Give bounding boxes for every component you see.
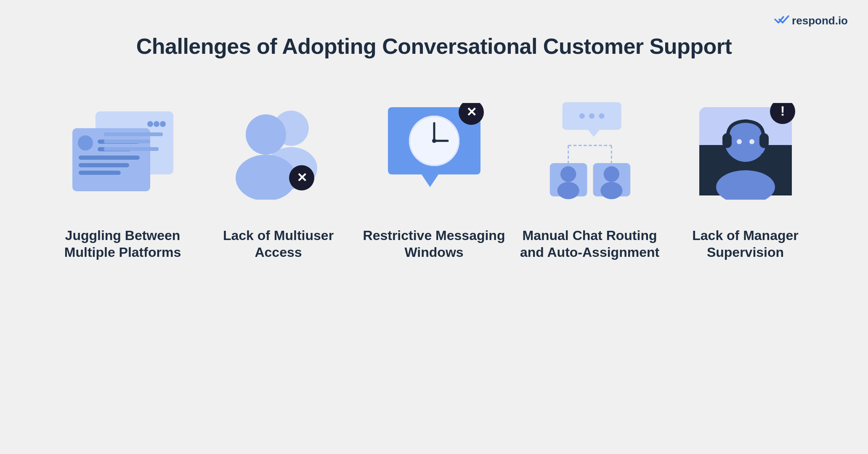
svg-rect-12 — [104, 140, 150, 143]
card-supervision: ! Lack of Manager Supervision — [674, 92, 817, 261]
svg-point-48 — [737, 139, 742, 144]
svg-point-9 — [154, 121, 159, 127]
logo: respond.io — [774, 13, 848, 28]
platforms-svg — [66, 105, 180, 198]
card-platforms: Juggling Between Multiple Platforms — [51, 92, 194, 261]
logo-text: respond.io — [792, 14, 848, 27]
svg-point-2 — [78, 135, 93, 150]
svg-rect-13 — [104, 147, 159, 151]
card-platforms-label: Juggling Between Multiple Platforms — [51, 227, 194, 261]
card-multiuser-label: Lack of Multiuser Access — [207, 227, 350, 261]
svg-point-38 — [603, 166, 619, 182]
svg-point-29 — [589, 113, 595, 119]
svg-point-17 — [236, 155, 296, 200]
svg-point-35 — [560, 166, 576, 182]
messaging-svg: ✕ — [380, 103, 489, 200]
svg-point-25 — [432, 139, 436, 143]
svg-point-39 — [600, 182, 622, 199]
svg-point-49 — [749, 139, 754, 144]
card-routing-label: Manual Chat Routing and Auto-Assignment — [518, 227, 661, 261]
illus-messaging: ✕ — [375, 92, 493, 210]
card-messaging-label: Restrictive Messaging Windows — [363, 227, 506, 261]
illus-routing — [531, 92, 649, 210]
svg-rect-6 — [79, 163, 129, 167]
svg-text:!: ! — [780, 103, 785, 119]
challenges-grid: Juggling Between Multiple Platforms ✕ La… — [0, 92, 868, 261]
routing-svg — [531, 99, 649, 204]
illus-platforms — [64, 92, 182, 210]
svg-point-47 — [761, 153, 767, 159]
svg-point-36 — [557, 182, 579, 199]
svg-point-28 — [579, 113, 584, 119]
svg-point-30 — [599, 113, 604, 119]
logo-checkmark-icon — [774, 13, 789, 28]
multiuser-svg: ✕ — [224, 103, 333, 200]
illus-multiuser: ✕ — [220, 92, 337, 210]
page-title: Challenges of Adopting Conversational Cu… — [136, 34, 732, 59]
card-routing: Manual Chat Routing and Auto-Assignment — [518, 92, 661, 261]
supervision-svg: ! — [691, 103, 800, 200]
illus-supervision: ! — [687, 92, 804, 210]
svg-text:✕: ✕ — [466, 105, 476, 119]
card-messaging: ✕ Restrictive Messaging Windows — [363, 92, 506, 261]
svg-rect-7 — [79, 171, 121, 175]
svg-text:✕: ✕ — [296, 171, 307, 185]
svg-rect-45 — [722, 133, 732, 148]
svg-rect-11 — [104, 132, 163, 136]
card-multiuser: ✕ Lack of Multiuser Access — [207, 92, 350, 261]
svg-point-16 — [246, 114, 286, 155]
svg-point-8 — [160, 121, 166, 127]
card-supervision-label: Lack of Manager Supervision — [674, 227, 817, 261]
svg-point-10 — [147, 121, 153, 127]
svg-rect-5 — [79, 156, 140, 160]
